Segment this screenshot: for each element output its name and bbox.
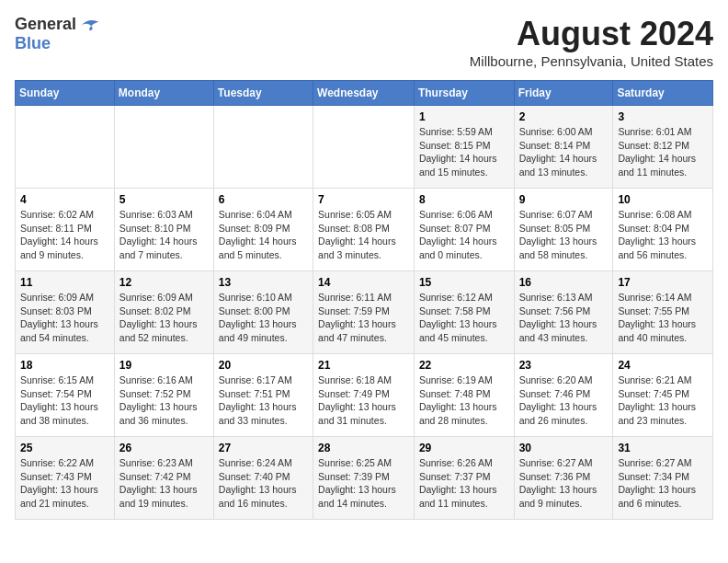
day-cell: 9Sunrise: 6:07 AMSunset: 8:05 PMDaylight… <box>514 189 613 271</box>
day-info: Sunrise: 6:07 AMSunset: 8:05 PMDaylight:… <box>519 208 609 262</box>
day-info: Sunrise: 6:27 AMSunset: 7:34 PMDaylight:… <box>618 456 708 511</box>
day-info: Sunrise: 6:17 AMSunset: 7:51 PMDaylight:… <box>219 373 308 428</box>
day-info: Sunrise: 6:16 AMSunset: 7:52 PMDaylight:… <box>119 373 209 428</box>
day-number: 25 <box>20 442 109 454</box>
header-saturday: Saturday <box>613 81 713 106</box>
header-friday: Friday <box>514 81 613 106</box>
day-cell: 5Sunrise: 6:03 AMSunset: 8:10 PMDaylight… <box>114 189 213 271</box>
week-row-3: 11Sunrise: 6:09 AMSunset: 8:03 PMDayligh… <box>16 271 713 354</box>
day-number: 11 <box>20 276 109 289</box>
day-info: Sunrise: 6:14 AMSunset: 7:55 PMDaylight:… <box>618 291 708 345</box>
logo: General Blue <box>15 15 100 53</box>
day-info: Sunrise: 6:05 AMSunset: 8:08 PMDaylight:… <box>318 208 409 262</box>
day-cell: 29Sunrise: 6:26 AMSunset: 7:37 PMDayligh… <box>414 437 514 520</box>
day-cell: 1Sunrise: 5:59 AMSunset: 8:15 PMDaylight… <box>414 106 514 189</box>
day-info: Sunrise: 6:18 AMSunset: 7:49 PMDaylight:… <box>318 373 409 428</box>
day-info: Sunrise: 6:27 AMSunset: 7:36 PMDaylight:… <box>519 456 609 511</box>
day-cell <box>114 106 213 189</box>
day-info: Sunrise: 6:22 AMSunset: 7:43 PMDaylight:… <box>20 456 109 511</box>
week-row-2: 4Sunrise: 6:02 AMSunset: 8:11 PMDaylight… <box>16 189 713 271</box>
day-number: 27 <box>219 442 308 454</box>
logo-blue: Blue <box>15 34 51 53</box>
day-info: Sunrise: 6:11 AMSunset: 7:59 PMDaylight:… <box>318 291 409 345</box>
day-cell: 23Sunrise: 6:20 AMSunset: 7:46 PMDayligh… <box>514 354 613 437</box>
day-info: Sunrise: 6:21 AMSunset: 7:45 PMDaylight:… <box>618 373 708 428</box>
day-cell: 31Sunrise: 6:27 AMSunset: 7:34 PMDayligh… <box>613 437 713 520</box>
header-tuesday: Tuesday <box>213 81 313 106</box>
day-info: Sunrise: 6:26 AMSunset: 7:37 PMDaylight:… <box>419 456 509 511</box>
day-cell: 27Sunrise: 6:24 AMSunset: 7:40 PMDayligh… <box>213 437 313 520</box>
day-cell: 26Sunrise: 6:23 AMSunset: 7:42 PMDayligh… <box>114 437 213 520</box>
day-number: 26 <box>119 442 209 454</box>
day-cell: 28Sunrise: 6:25 AMSunset: 7:39 PMDayligh… <box>313 437 415 520</box>
day-number: 5 <box>119 193 209 206</box>
day-cell <box>16 106 115 189</box>
page-header: General Blue August 2024 Millbourne, Pen… <box>15 15 713 69</box>
day-number: 8 <box>419 193 509 206</box>
week-row-5: 25Sunrise: 6:22 AMSunset: 7:43 PMDayligh… <box>16 437 713 520</box>
day-number: 30 <box>519 442 609 454</box>
day-number: 16 <box>519 276 609 289</box>
day-info: Sunrise: 6:12 AMSunset: 7:58 PMDaylight:… <box>419 291 509 345</box>
day-cell: 30Sunrise: 6:27 AMSunset: 7:36 PMDayligh… <box>514 437 613 520</box>
day-info: Sunrise: 6:15 AMSunset: 7:54 PMDaylight:… <box>20 373 109 428</box>
day-info: Sunrise: 6:04 AMSunset: 8:09 PMDaylight:… <box>219 208 308 262</box>
day-cell <box>313 106 415 189</box>
logo-general: General <box>15 15 76 34</box>
day-info: Sunrise: 6:08 AMSunset: 8:04 PMDaylight:… <box>618 208 708 262</box>
day-info: Sunrise: 5:59 AMSunset: 8:15 PMDaylight:… <box>419 125 509 179</box>
day-info: Sunrise: 6:19 AMSunset: 7:48 PMDaylight:… <box>419 373 509 428</box>
day-number: 6 <box>219 193 308 206</box>
day-cell: 18Sunrise: 6:15 AMSunset: 7:54 PMDayligh… <box>16 354 115 437</box>
week-row-1: 1Sunrise: 5:59 AMSunset: 8:15 PMDaylight… <box>16 106 713 189</box>
day-number: 2 <box>519 110 609 123</box>
day-info: Sunrise: 6:09 AMSunset: 8:03 PMDaylight:… <box>20 291 109 345</box>
day-cell: 6Sunrise: 6:04 AMSunset: 8:09 PMDaylight… <box>213 189 313 271</box>
day-cell: 3Sunrise: 6:01 AMSunset: 8:12 PMDaylight… <box>613 106 713 189</box>
day-cell: 22Sunrise: 6:19 AMSunset: 7:48 PMDayligh… <box>414 354 514 437</box>
day-info: Sunrise: 6:23 AMSunset: 7:42 PMDaylight:… <box>119 456 209 511</box>
day-info: Sunrise: 6:24 AMSunset: 7:40 PMDaylight:… <box>219 456 308 511</box>
day-number: 7 <box>318 193 409 206</box>
day-info: Sunrise: 6:00 AMSunset: 8:14 PMDaylight:… <box>519 125 609 179</box>
day-cell: 16Sunrise: 6:13 AMSunset: 7:56 PMDayligh… <box>514 271 613 354</box>
day-cell: 14Sunrise: 6:11 AMSunset: 7:59 PMDayligh… <box>313 271 415 354</box>
title-area: August 2024 Millbourne, Pennsylvania, Un… <box>470 15 713 69</box>
day-info: Sunrise: 6:20 AMSunset: 7:46 PMDaylight:… <box>519 373 609 428</box>
day-info: Sunrise: 6:13 AMSunset: 7:56 PMDaylight:… <box>519 291 609 345</box>
day-cell: 20Sunrise: 6:17 AMSunset: 7:51 PMDayligh… <box>213 354 313 437</box>
day-number: 4 <box>20 193 109 206</box>
day-cell: 8Sunrise: 6:06 AMSunset: 8:07 PMDaylight… <box>414 189 514 271</box>
day-number: 14 <box>318 276 409 289</box>
day-number: 9 <box>519 193 609 206</box>
day-info: Sunrise: 6:06 AMSunset: 8:07 PMDaylight:… <box>419 208 509 262</box>
day-cell: 21Sunrise: 6:18 AMSunset: 7:49 PMDayligh… <box>313 354 415 437</box>
day-info: Sunrise: 6:01 AMSunset: 8:12 PMDaylight:… <box>618 125 708 179</box>
day-info: Sunrise: 6:10 AMSunset: 8:00 PMDaylight:… <box>219 291 308 345</box>
day-number: 15 <box>419 276 509 289</box>
header-row: Sunday Monday Tuesday Wednesday Thursday… <box>16 81 713 106</box>
day-cell: 11Sunrise: 6:09 AMSunset: 8:03 PMDayligh… <box>16 271 115 354</box>
day-cell: 25Sunrise: 6:22 AMSunset: 7:43 PMDayligh… <box>16 437 115 520</box>
day-cell: 15Sunrise: 6:12 AMSunset: 7:58 PMDayligh… <box>414 271 514 354</box>
day-number: 21 <box>318 359 409 372</box>
day-cell: 12Sunrise: 6:09 AMSunset: 8:02 PMDayligh… <box>114 271 213 354</box>
day-cell <box>213 106 313 189</box>
week-row-4: 18Sunrise: 6:15 AMSunset: 7:54 PMDayligh… <box>16 354 713 437</box>
day-info: Sunrise: 6:25 AMSunset: 7:39 PMDaylight:… <box>318 456 409 511</box>
day-number: 20 <box>219 359 308 372</box>
header-thursday: Thursday <box>414 81 514 106</box>
day-cell: 17Sunrise: 6:14 AMSunset: 7:55 PMDayligh… <box>613 271 713 354</box>
day-number: 12 <box>119 276 209 289</box>
day-info: Sunrise: 6:03 AMSunset: 8:10 PMDaylight:… <box>119 208 209 262</box>
day-number: 22 <box>419 359 509 372</box>
day-number: 1 <box>419 110 509 123</box>
day-cell: 7Sunrise: 6:05 AMSunset: 8:08 PMDaylight… <box>313 189 415 271</box>
logo-bird-icon <box>78 16 100 34</box>
day-info: Sunrise: 6:02 AMSunset: 8:11 PMDaylight:… <box>20 208 109 262</box>
calendar-table: Sunday Monday Tuesday Wednesday Thursday… <box>15 80 713 520</box>
day-cell: 2Sunrise: 6:00 AMSunset: 8:14 PMDaylight… <box>514 106 613 189</box>
day-number: 24 <box>618 359 708 372</box>
header-wednesday: Wednesday <box>313 81 415 106</box>
day-info: Sunrise: 6:09 AMSunset: 8:02 PMDaylight:… <box>119 291 209 345</box>
